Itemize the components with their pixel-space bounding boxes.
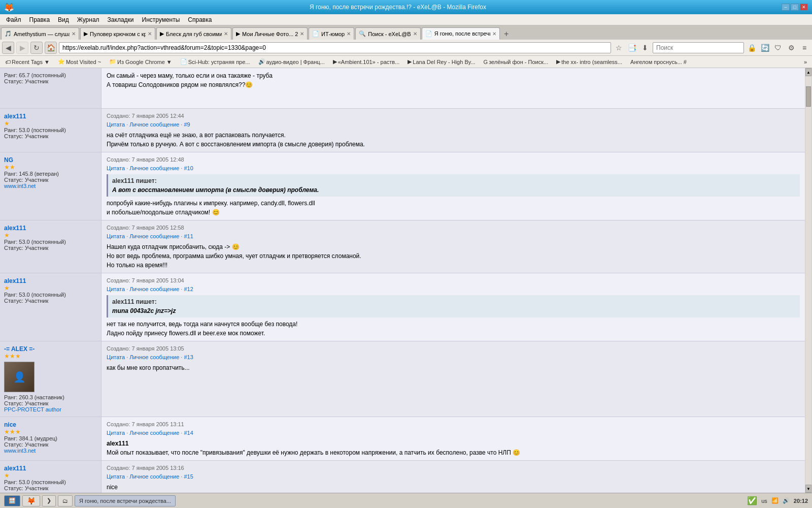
reload-button[interactable]: ↻ [30, 42, 43, 54]
scroll-up-button[interactable]: ▲ [805, 68, 811, 76]
user-link-6[interactable]: www.int3.net [4, 448, 97, 454]
table-row: Ранг: 65.7 (постоянный) Статус: Участник… [0, 68, 805, 109]
status-2: Статус: Участник [4, 177, 97, 183]
pm-link-3[interactable]: Личное сообщение [129, 233, 179, 239]
tab-label-2: Блеск для губ своими р... [166, 31, 222, 37]
taskbar-explorer[interactable]: 🗂 [58, 495, 73, 506]
user-link-5[interactable]: PPC-PROTECT author [4, 406, 97, 412]
bookmark-icon[interactable]: 📑 [626, 42, 637, 53]
tab-close-4[interactable]: ✕ [347, 31, 351, 37]
tab-1[interactable]: ▶ Пуловер крючком с кру... ✕ [80, 27, 155, 40]
bookmark-audio[interactable]: 🔊 аудио-видео | Франц... [255, 57, 328, 66]
menu-journal[interactable]: Журнал [73, 15, 104, 24]
tab-close-3[interactable]: ✕ [300, 31, 304, 37]
back-button[interactable]: ◀ [2, 42, 14, 54]
post-num-link-6[interactable]: #14 [184, 430, 193, 436]
menu-file[interactable]: Файл [2, 15, 25, 24]
quote-link-5[interactable]: Цитата [107, 354, 125, 360]
menu-bookmarks[interactable]: Закладки [104, 15, 138, 24]
username-2[interactable]: NG [4, 156, 97, 164]
tab-6[interactable]: 📄 Я гоню, после встречи р... ✕ [422, 27, 500, 40]
bookmark-ambient[interactable]: ▶ «Ambient.101» - раств... [330, 57, 403, 66]
quote-link-4[interactable]: Цитата [107, 286, 125, 292]
quote-link-2[interactable]: Цитата [107, 165, 125, 171]
start-button[interactable]: 🪟 [4, 495, 20, 506]
taskbar-firefox[interactable]: 🦊 [22, 495, 40, 506]
quote-link-1[interactable]: Цитата [107, 121, 125, 128]
post-num-link-3[interactable]: #11 [184, 233, 193, 239]
username-3[interactable]: alex111 [4, 225, 97, 232]
addon-icon-4[interactable]: ⚙ [786, 42, 797, 53]
pm-link-1[interactable]: Личное сообщение [129, 121, 179, 128]
forum-wrapper[interactable]: Ранг: 65.7 (постоянный) Статус: Участник… [0, 68, 805, 493]
close-button[interactable]: ✕ [800, 4, 808, 11]
username-1[interactable]: alex111 [4, 113, 97, 120]
username-7[interactable]: alex111 [4, 465, 97, 472]
post-num-link-1[interactable]: #9 [184, 121, 190, 128]
menu-edit[interactable]: Правка [25, 15, 54, 24]
search-input[interactable] [653, 42, 744, 53]
home-button[interactable]: 🏠 [45, 42, 57, 54]
scroll-track[interactable] [805, 76, 811, 485]
tab-5[interactable]: 🔍 Поиск - eXeL@B ✕ [355, 27, 420, 40]
table-row: -= ALEX =- ★★★ 👤 Ранг: 260.3 (наставник)… [0, 341, 805, 417]
bookmark-angel[interactable]: Ангелом проснусь... # [627, 58, 690, 66]
taskbar-arrow[interactable]: ❯ [42, 495, 56, 506]
addon-icon-3[interactable]: 🛡 [772, 42, 784, 53]
bookmark-star-icon[interactable]: ☆ [613, 42, 624, 53]
user-link-2[interactable]: www.int3.net [4, 183, 97, 189]
bookmark-xx[interactable]: ▶ the xx- intro (seamless... [553, 57, 625, 66]
post-num-link-4[interactable]: #12 [184, 286, 193, 292]
restore-button[interactable]: □ [791, 4, 799, 11]
scrollbar[interactable]: ▲ ▼ [805, 68, 812, 493]
pm-link-5[interactable]: Личное сообщение [129, 354, 179, 360]
username-5[interactable]: -= ALEX =- [4, 345, 97, 353]
scroll-thumb[interactable] [806, 86, 811, 107]
menu-view[interactable]: Вид [54, 15, 73, 24]
post-content-3: Создано: 7 января 2005 12:58 Цитата · Ли… [101, 220, 805, 273]
menu-icon[interactable]: ≡ [799, 42, 810, 53]
post-num-link-5[interactable]: #13 [184, 354, 193, 360]
forward-button[interactable]: ▶ [16, 42, 28, 54]
pm-link-6[interactable]: Личное сообщение [129, 430, 179, 436]
bookmark-green[interactable]: G зелёный фон - Поиск... [481, 58, 552, 66]
tab-4[interactable]: 📄 ИТ-юмор ✕ [309, 27, 354, 40]
quote-link-6[interactable]: Цитата [107, 430, 125, 436]
pm-link-7[interactable]: Личное сообщение [129, 473, 179, 480]
menu-tools[interactable]: Инструменты [138, 15, 184, 24]
new-tab-button[interactable]: + [501, 28, 512, 40]
pm-link-4[interactable]: Личное сообщение [129, 286, 179, 292]
bookmark-lana[interactable]: ▶ Lana Del Rey - High By... [404, 57, 478, 66]
tab-0[interactable]: 🎵 Amethystium — слушать... ✕ [1, 27, 79, 40]
bookmark-more[interactable]: » [801, 58, 810, 66]
tab-3[interactable]: ▶ Мои Личные Фото... 2:D ✕ [232, 27, 308, 40]
tab-close-2[interactable]: ✕ [224, 31, 228, 37]
tab-close-5[interactable]: ✕ [413, 31, 417, 37]
post-meta-2: Создано: 7 января 2005 12:48 Цитата · Ли… [107, 155, 800, 172]
username-6[interactable]: nice [4, 421, 97, 428]
quote-link-7[interactable]: Цитата [107, 473, 125, 480]
post-text-7: nice Что есть НЛП? А с beer.exe я погоря… [107, 483, 800, 493]
tab-close-1[interactable]: ✕ [148, 31, 152, 37]
post-num-link-7[interactable]: #15 [184, 473, 193, 480]
post-num-link-2[interactable]: #10 [184, 165, 193, 171]
username-4[interactable]: alex111 [4, 277, 97, 284]
menu-help[interactable]: Справка [184, 15, 216, 24]
url-bar[interactable] [59, 42, 611, 53]
tab-2[interactable]: ▶ Блеск для губ своими р... ✕ [156, 27, 231, 40]
pm-link-2[interactable]: Личное сообщение [129, 165, 179, 171]
bookmark-recent-tags[interactable]: 🏷 Recent Tags ▼ [2, 58, 53, 66]
minimize-button[interactable]: – [782, 4, 790, 11]
download-icon[interactable]: ⬇ [639, 42, 651, 53]
quote-link-3[interactable]: Цитата [107, 233, 125, 239]
bookmark-google-chrome[interactable]: 📁 Из Google Chrome ▼ [106, 57, 175, 66]
addon-icon-2[interactable]: 🔄 [759, 42, 770, 53]
bookmark-most-visited[interactable]: ⭐ Most Visited ~ [55, 57, 104, 66]
tab-close-0[interactable]: ✕ [72, 31, 76, 37]
scroll-down-button[interactable]: ▼ [805, 485, 811, 493]
addon-icon-1[interactable]: 🔒 [746, 42, 757, 53]
bookmark-scihub[interactable]: 📄 Sci-Hub: устраняя пре... [177, 57, 253, 66]
security-icon: ✅ [747, 496, 757, 505]
tab-close-6[interactable]: ✕ [492, 31, 496, 37]
taskbar-current-window[interactable]: Я гоню, после встречи рождества... [75, 495, 176, 506]
